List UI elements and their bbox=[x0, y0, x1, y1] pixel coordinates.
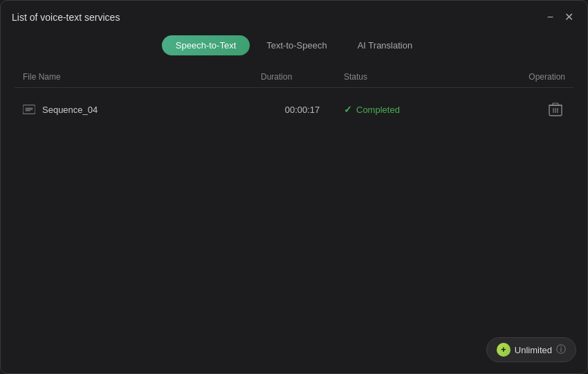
unlimited-plus-icon: + bbox=[497, 343, 511, 357]
col-header-duration: Duration bbox=[261, 72, 344, 82]
tabs-container: Speech-to-Text Text-to-Speech AI Transla… bbox=[1, 33, 587, 66]
status-check-icon: ✓ bbox=[344, 104, 352, 115]
col-header-operation: Operation bbox=[482, 72, 565, 82]
col-header-status: Status bbox=[344, 72, 482, 82]
operation-cell bbox=[482, 99, 565, 120]
window-controls: − ✕ bbox=[544, 10, 576, 24]
main-window: List of voice-text services − ✕ Speech-t… bbox=[0, 0, 588, 374]
window-title: List of voice-text services bbox=[12, 12, 120, 23]
duration-cell: 00:00:17 bbox=[261, 105, 344, 115]
info-icon[interactable]: ⓘ bbox=[556, 344, 566, 356]
tab-text-to-speech[interactable]: Text-to-Speech bbox=[252, 35, 340, 55]
col-header-file-name: File Name bbox=[23, 72, 261, 82]
tab-ai-translation[interactable]: AI Translation bbox=[344, 35, 427, 55]
unlimited-label: Unlimited bbox=[515, 345, 552, 355]
table-header: File Name Duration Status Operation bbox=[15, 66, 573, 88]
file-icon bbox=[23, 105, 35, 114]
table-row: Sequence_04 00:00:17 ✓ Completed bbox=[15, 91, 573, 128]
unlimited-badge[interactable]: + Unlimited ⓘ bbox=[486, 337, 576, 362]
file-cell: Sequence_04 bbox=[23, 105, 261, 115]
close-button[interactable]: ✕ bbox=[562, 10, 576, 24]
trash-icon bbox=[549, 102, 562, 117]
file-name: Sequence_04 bbox=[42, 105, 98, 115]
table-container: File Name Duration Status Operation Sequ… bbox=[1, 66, 587, 373]
title-bar: List of voice-text services − ✕ bbox=[1, 1, 587, 33]
delete-button[interactable] bbox=[546, 99, 565, 120]
tab-speech-to-text[interactable]: Speech-to-Text bbox=[162, 35, 250, 55]
status-cell: ✓ Completed bbox=[344, 104, 482, 115]
status-label: Completed bbox=[356, 105, 400, 115]
minimize-button[interactable]: − bbox=[544, 10, 556, 24]
svg-rect-6 bbox=[553, 103, 558, 105]
bottom-bar: + Unlimited ⓘ bbox=[486, 337, 576, 362]
